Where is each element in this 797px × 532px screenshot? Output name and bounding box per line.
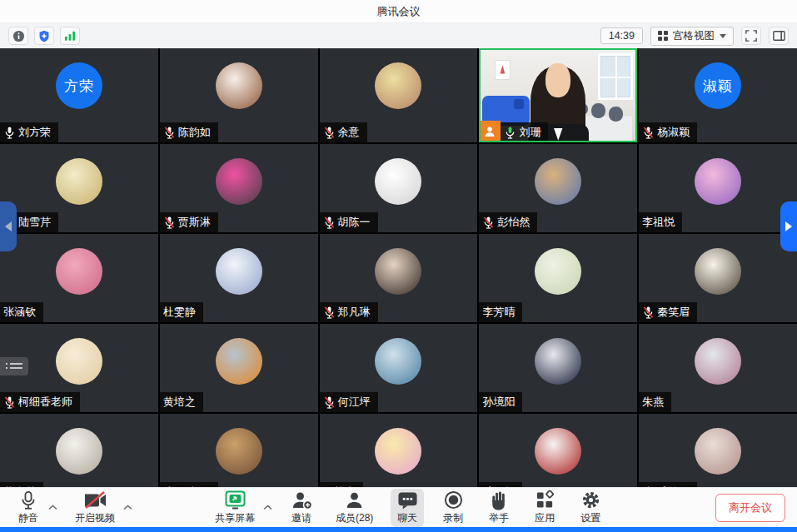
- name-label: 李芳晴: [479, 302, 522, 322]
- participant-tile[interactable]: 李芳晴: [479, 234, 637, 322]
- participant-avatar: [535, 338, 581, 385]
- host-badge: [479, 121, 501, 142]
- prev-page-button[interactable]: [0, 201, 17, 251]
- participant-avatar: [56, 248, 102, 295]
- participant-name: 杜雯静: [163, 305, 196, 320]
- participant-tile[interactable]: 黄培之: [160, 324, 318, 412]
- participant-avatar: [695, 158, 741, 205]
- apps-button[interactable]: 应用: [528, 489, 561, 527]
- participant-tile[interactable]: 刘珊: [479, 48, 637, 142]
- share-options-chevron-icon[interactable]: [263, 505, 272, 510]
- record-button[interactable]: 录制: [436, 489, 470, 527]
- participant-tile[interactable]: 郑凡琳: [320, 234, 478, 322]
- host-person-icon: [483, 125, 496, 138]
- mute-options-chevron-icon[interactable]: [48, 505, 57, 510]
- mute-button[interactable]: 静音: [12, 489, 45, 527]
- participant-avatar: [216, 338, 262, 385]
- top-toolbar: 14:39 宫格视图: [0, 23, 797, 48]
- hand-button[interactable]: 举手: [482, 489, 516, 527]
- meeting-timer: 14:39: [600, 27, 643, 44]
- view-mode-dropdown[interactable]: 宫格视图: [650, 27, 734, 46]
- participant-avatar: [375, 62, 421, 109]
- leave-meeting-button[interactable]: 离开会议: [715, 494, 785, 522]
- participant-name: 黄培之: [163, 395, 196, 410]
- video-button[interactable]: 开启视频: [70, 489, 120, 527]
- participant-name: 陈韵如: [178, 125, 211, 140]
- participant-name: 朱燕: [642, 395, 664, 410]
- taskbar-edge: [0, 527, 797, 532]
- name-label: 朱燕: [639, 392, 671, 412]
- record-icon: [444, 490, 463, 510]
- next-page-button[interactable]: [780, 201, 797, 251]
- invite-group: 邀请: [285, 489, 318, 527]
- participant-tile[interactable]: 陆雪芹: [0, 144, 158, 232]
- hand-group: 举手: [482, 489, 516, 527]
- participant-tile[interactable]: 陈韵如: [160, 48, 318, 142]
- participant-avatar: [375, 338, 421, 385]
- view-mode-label: 宫格视图: [673, 29, 715, 43]
- participant-tile[interactable]: 何江坪: [320, 324, 478, 412]
- chat-button[interactable]: 聊天: [391, 489, 424, 527]
- participant-name: 陆雪芹: [18, 215, 51, 230]
- chevron-down-icon: [720, 34, 726, 38]
- name-label: 余意: [320, 122, 367, 142]
- participant-avatar: [535, 428, 581, 475]
- participant-avatar: [375, 428, 421, 475]
- mic-status-icon: [323, 216, 336, 230]
- participant-tile[interactable]: 秦笑眉: [639, 234, 797, 322]
- participant-tile[interactable]: 杜雯静: [160, 234, 318, 322]
- participant-tile[interactable]: 张涵钦: [0, 234, 158, 322]
- share-button[interactable]: 共享屏幕: [210, 489, 260, 527]
- participant-tile[interactable]: 方荣 刘方荣: [0, 48, 158, 142]
- name-label: 孙境阳: [479, 392, 522, 412]
- participant-name: 余意: [338, 125, 360, 140]
- video-options-chevron-icon[interactable]: [123, 505, 132, 510]
- settings-button[interactable]: 设置: [574, 489, 607, 527]
- hand-label: 举手: [489, 511, 509, 525]
- invite-button[interactable]: 邀请: [285, 489, 318, 527]
- record-group: 录制: [436, 489, 470, 527]
- participant-tile[interactable]: 贾斯淋: [160, 144, 318, 232]
- participant-name: 张涵钦: [3, 305, 36, 320]
- settings-group: 设置: [574, 489, 607, 527]
- person-icon: [345, 490, 364, 510]
- fullscreen-button[interactable]: [741, 27, 761, 45]
- participant-avatar: [216, 158, 262, 205]
- grid-view-icon: [658, 31, 668, 41]
- sidebar-toggle-button[interactable]: [769, 27, 789, 45]
- raise-hand-icon: [490, 490, 508, 510]
- participant-avatar: [216, 428, 262, 475]
- mic-status-icon: [3, 395, 16, 410]
- chat-icon: [397, 490, 418, 510]
- name-label: 杨淑颖: [639, 122, 697, 142]
- participant-grid: 方荣 刘方荣 陈韵: [0, 48, 797, 504]
- participant-tile[interactable]: 朱燕: [639, 324, 797, 412]
- name-label: 杜雯静: [160, 302, 203, 322]
- members-label: 成员(28): [336, 511, 373, 525]
- participant-tile[interactable]: 胡陈一: [320, 144, 478, 232]
- name-label: 黄培之: [160, 392, 203, 412]
- members-button[interactable]: 成员(28): [331, 489, 378, 527]
- participant-avatar: 淑颖: [695, 62, 741, 109]
- fullscreen-icon: [745, 30, 757, 42]
- participant-tile[interactable]: 淑颖 杨淑颖: [639, 48, 797, 142]
- chevron-right-icon: [785, 221, 792, 231]
- record-label: 录制: [443, 511, 463, 525]
- mic-status-icon: [642, 126, 655, 140]
- participant-tile[interactable]: 孙境阳: [479, 324, 637, 412]
- participant-name: 胡陈一: [338, 215, 371, 230]
- camera-off-icon: [83, 490, 107, 510]
- participant-tile[interactable]: 彭怡然: [479, 144, 637, 232]
- video-label: 开启视频: [75, 511, 115, 525]
- network-signal-button[interactable]: [60, 27, 80, 45]
- participant-name: 柯细香老师: [18, 395, 72, 410]
- security-shield-button[interactable]: [34, 27, 54, 45]
- member-list-mini-button[interactable]: [0, 357, 28, 375]
- name-label: 刘珊: [501, 122, 548, 142]
- participant-tile[interactable]: 余意: [320, 48, 478, 142]
- chat-group: 聊天: [391, 489, 424, 527]
- meeting-info-button[interactable]: [8, 27, 28, 45]
- meeting-window: 腾讯会议: [0, 0, 797, 532]
- participant-name: 郑凡琳: [338, 305, 371, 320]
- participant-tile[interactable]: 李祖悦: [639, 144, 797, 232]
